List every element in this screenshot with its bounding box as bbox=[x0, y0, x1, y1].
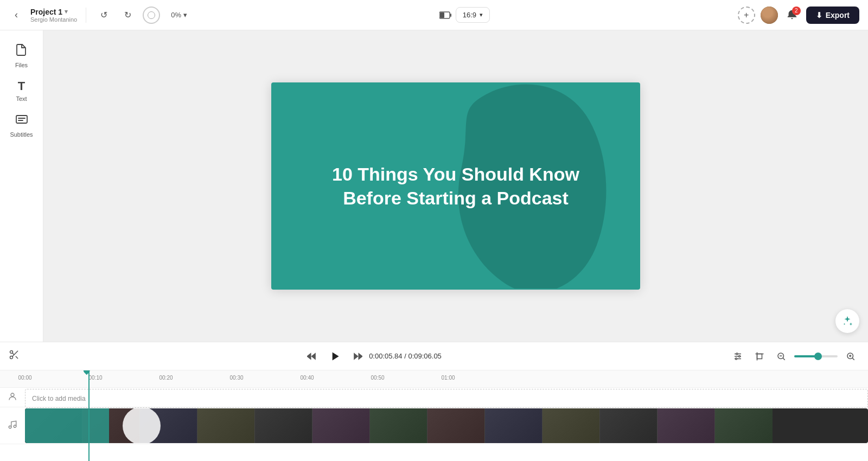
frame-12 bbox=[658, 408, 715, 443]
svg-rect-12 bbox=[757, 354, 762, 358]
playback-left bbox=[9, 349, 20, 363]
zoom-out-icon bbox=[776, 351, 786, 361]
playback-center: 0:00:05.84 / 0:09:06.05 bbox=[307, 346, 442, 367]
track-content-1: Click to add media bbox=[25, 388, 868, 407]
track-left-2 bbox=[0, 420, 25, 432]
add-user-button[interactable]: + bbox=[738, 7, 755, 24]
svg-rect-3 bbox=[16, 116, 27, 123]
topbar-center: 16:9 ▾ bbox=[198, 7, 731, 23]
aspect-ratio-button[interactable]: 16:9 ▾ bbox=[456, 7, 490, 23]
sidebar-item-subtitles[interactable]: Subtitles bbox=[3, 108, 40, 142]
frame-9 bbox=[485, 408, 542, 443]
svg-point-10 bbox=[738, 355, 740, 357]
avatar-image bbox=[761, 7, 778, 24]
sidebar-item-files[interactable]: Files bbox=[3, 39, 40, 73]
aspect-ratio-label: 16:9 bbox=[463, 11, 476, 19]
rewind-button[interactable] bbox=[307, 351, 318, 362]
topbar: ‹ Project 1 ▾ Sergio Montanino ↺ ↻ 0% ▾ … bbox=[0, 0, 868, 30]
ruler-mark-3: 00:30 bbox=[229, 375, 243, 381]
timeline-tracks: Click to add media bbox=[0, 388, 868, 461]
svg-rect-2 bbox=[450, 14, 451, 17]
zoom-out-button[interactable] bbox=[773, 348, 790, 365]
playback-time: 0:00:05.84 / 0:09:06.05 bbox=[369, 352, 442, 360]
text-label: Text bbox=[16, 95, 27, 102]
frame-4 bbox=[197, 408, 255, 443]
preview-title: 10 Things You Should Know Before Startin… bbox=[332, 162, 579, 210]
filmstrip-container[interactable] bbox=[25, 408, 868, 443]
teal-overlay bbox=[25, 408, 109, 443]
ruler-mark-6: 01:00 bbox=[441, 375, 455, 381]
export-button[interactable]: ⬇ Export bbox=[806, 7, 859, 24]
track-left-1 bbox=[0, 392, 25, 403]
project-info: Project 1 ▾ Sergio Montanino bbox=[30, 8, 77, 23]
undo-button[interactable]: ↺ bbox=[95, 7, 112, 24]
rewind-icon bbox=[307, 351, 318, 362]
redo-button[interactable]: ↻ bbox=[119, 7, 136, 24]
back-button[interactable]: ‹ bbox=[9, 8, 24, 23]
sidebar: Files T Text Subtitles bbox=[0, 30, 43, 342]
track-row-media: Click to add media bbox=[0, 388, 868, 407]
playback-right bbox=[729, 348, 859, 365]
play-icon bbox=[328, 349, 342, 363]
sliders-icon bbox=[733, 351, 743, 361]
ruler-mark-5: 00:50 bbox=[371, 375, 384, 381]
record-button[interactable] bbox=[143, 7, 160, 24]
frame-6 bbox=[312, 408, 370, 443]
crop-button[interactable] bbox=[751, 348, 768, 365]
play-button[interactable] bbox=[324, 346, 345, 367]
bottom-section: 0:00:05.84 / 0:09:06.05 bbox=[0, 342, 868, 461]
svg-point-24 bbox=[14, 425, 16, 427]
magic-button[interactable] bbox=[835, 309, 859, 333]
export-label: Export bbox=[826, 11, 850, 20]
divider bbox=[86, 8, 86, 23]
volume-control[interactable] bbox=[794, 355, 838, 357]
sidebar-item-text[interactable]: T Text bbox=[3, 75, 40, 106]
svg-point-23 bbox=[9, 426, 11, 428]
frame-11 bbox=[600, 408, 658, 443]
svg-line-17 bbox=[783, 358, 784, 360]
svg-line-21 bbox=[852, 358, 854, 360]
preview-background: 10 Things You Should Know Before Startin… bbox=[271, 82, 640, 290]
battery-icon bbox=[439, 11, 451, 19]
person-icon bbox=[8, 392, 17, 403]
avatar[interactable] bbox=[761, 7, 778, 24]
fast-forward-button[interactable] bbox=[352, 351, 362, 362]
frame-8 bbox=[427, 408, 485, 443]
preview-text: 10 Things You Should Know Before Startin… bbox=[289, 162, 623, 210]
frame-13 bbox=[715, 408, 773, 443]
volume-thumb bbox=[814, 353, 822, 360]
canvas-area: 10 Things You Should Know Before Startin… bbox=[43, 30, 868, 342]
text-icon: T bbox=[18, 79, 25, 93]
track-row-video bbox=[0, 407, 868, 444]
export-icon: ⬇ bbox=[816, 11, 822, 20]
frame-7 bbox=[370, 408, 427, 443]
frame-5 bbox=[255, 408, 312, 443]
timeline-ruler: 00:00 00:10 00:20 00:30 00:40 00:50 01:0… bbox=[0, 370, 868, 388]
magic-icon bbox=[841, 315, 853, 327]
ruler-marks: 00:00 00:10 00:20 00:30 00:40 00:50 01:0… bbox=[25, 370, 868, 388]
ruler-mark-0: 00:00 bbox=[18, 375, 31, 381]
notification-badge: 2 bbox=[792, 7, 801, 15]
svg-point-11 bbox=[735, 358, 737, 360]
volume-slider[interactable] bbox=[794, 355, 838, 357]
zoom-dropdown[interactable]: 0% ▾ bbox=[167, 9, 192, 21]
add-icon: + bbox=[744, 10, 749, 20]
project-title[interactable]: Project 1 ▾ bbox=[30, 8, 77, 16]
playback-bar: 0:00:05.84 / 0:09:06.05 bbox=[0, 342, 868, 370]
files-icon bbox=[15, 43, 28, 60]
cut-icon[interactable] bbox=[9, 349, 20, 363]
filmstrip-circle bbox=[123, 408, 161, 443]
topbar-right: + 2 ⬇ Export bbox=[738, 7, 859, 24]
add-media-button[interactable]: Click to add media bbox=[25, 389, 868, 408]
ruler-mark-1: 00:10 bbox=[88, 375, 102, 381]
notifications-button[interactable]: 2 bbox=[783, 7, 801, 24]
svg-rect-1 bbox=[440, 12, 444, 18]
zoom-in-button[interactable] bbox=[842, 348, 859, 365]
timeline: 00:00 00:10 00:20 00:30 00:40 00:50 01:0… bbox=[0, 370, 868, 461]
subtitles-label: Subtitles bbox=[10, 131, 33, 138]
timeline-settings-button[interactable] bbox=[729, 348, 746, 365]
zoom-in-icon bbox=[846, 351, 856, 361]
preview-canvas: 10 Things You Should Know Before Startin… bbox=[271, 82, 640, 290]
add-media-label: Click to add media bbox=[32, 395, 86, 402]
fast-forward-icon bbox=[352, 351, 362, 362]
